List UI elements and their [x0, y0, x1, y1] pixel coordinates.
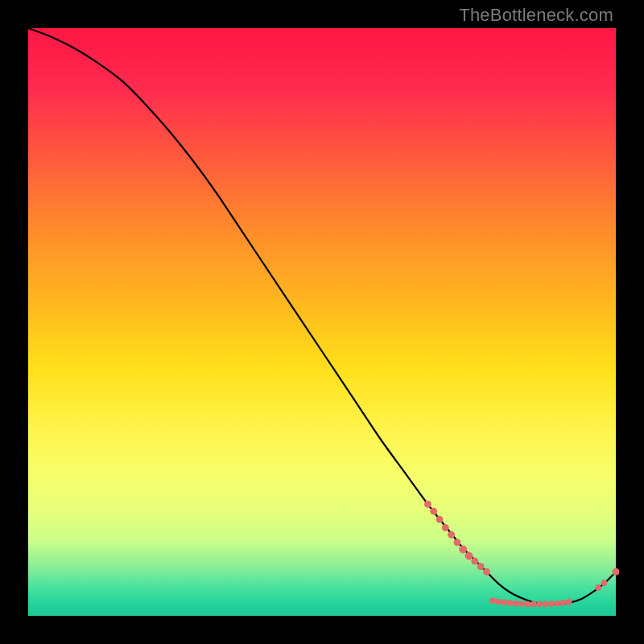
data-point — [525, 601, 530, 607]
data-point — [448, 531, 455, 538]
data-point — [560, 600, 566, 605]
data-point — [601, 580, 607, 586]
data-point — [472, 558, 478, 564]
data-point — [431, 508, 437, 514]
data-point — [566, 599, 572, 605]
data-point — [483, 568, 489, 575]
data-point — [548, 601, 554, 607]
data-point — [460, 546, 467, 553]
data-point — [465, 552, 473, 559]
data-point — [496, 599, 502, 605]
data-point — [424, 501, 431, 507]
attribution-label: TheBottleneck.com — [459, 5, 613, 26]
data-point — [489, 598, 495, 604]
data-point — [454, 539, 460, 546]
data-point — [507, 600, 513, 605]
chart-svg — [28, 28, 616, 616]
data-point — [477, 564, 484, 570]
data-point — [543, 601, 548, 607]
data-point — [442, 525, 448, 531]
data-point — [613, 568, 619, 575]
data-point — [513, 601, 518, 606]
marker-group — [424, 501, 619, 607]
data-point — [555, 601, 560, 606]
bottleneck-curve — [28, 28, 616, 605]
data-point — [596, 584, 601, 590]
data-point — [502, 600, 507, 605]
data-point — [537, 601, 543, 607]
data-point — [519, 601, 525, 607]
data-point — [436, 516, 443, 522]
data-point — [530, 601, 536, 607]
